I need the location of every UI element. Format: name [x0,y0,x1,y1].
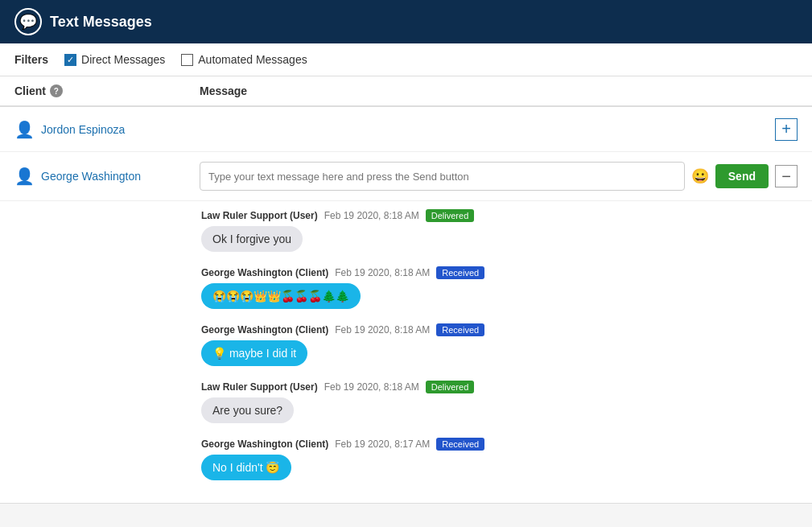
message-entry-0: Law Ruler Support (User) Feb 19 2020, 8:… [201,209,798,252]
message-entry-2: George Washington (Client) Feb 19 2020, … [201,323,798,366]
message-bubble-4: No I didn't 😇 [201,455,291,480]
client-info-george: 👤 George Washington [14,167,200,186]
direct-messages-checkbox[interactable]: ✓ [64,54,76,66]
message-entry-3: Law Ruler Support (User) Feb 19 2020, 8:… [201,381,798,423]
message-sender-1: George Washington (Client) [201,267,328,278]
message-badge-0: Delivered [426,209,474,222]
message-entry-1: George Washington (Client) Feb 19 2020, … [201,266,798,309]
direct-messages-label: Direct Messages [81,53,165,66]
filters-label: Filters [14,53,48,66]
avatar-icon-george: 👤 [14,167,35,186]
automated-messages-label: Automated Messages [198,53,307,66]
client-row-george: 👤 George Washington 😀 Send − [0,152,812,201]
table-header: Client ? Message [0,76,812,107]
message-entry-4: George Washington (Client) Feb 19 2020, … [201,438,798,480]
message-sender-0: Law Ruler Support (User) [201,210,318,221]
message-badge-4: Received [436,438,484,451]
filters-bar: Filters ✓ Direct Messages Automated Mess… [0,43,812,76]
message-meta-0: Law Ruler Support (User) Feb 19 2020, 8:… [201,209,798,222]
avatar-icon-jordon: 👤 [14,120,35,139]
message-input[interactable] [200,162,685,191]
message-sender-4: George Washington (Client) [201,438,328,450]
direct-messages-filter[interactable]: ✓ Direct Messages [64,53,165,66]
app-title: Text Messages [50,14,152,31]
message-timestamp-3: Feb 19 2020, 8:18 AM [324,381,419,393]
message-timestamp-4: Feb 19 2020, 8:17 AM [335,438,430,450]
clients-container: 👤 Jordon Espinoza + 👤 George Washington … [0,107,812,504]
emoji-button[interactable]: 😀 [691,167,709,185]
message-badge-2: Received [436,323,484,336]
col-message-label: Message [200,84,247,97]
client-info-jordon: 👤 Jordon Espinoza [14,120,200,139]
messages-area: Law Ruler Support (User) Feb 19 2020, 8:… [0,201,812,503]
client-name-george[interactable]: George Washington [41,170,141,183]
message-timestamp-2: Feb 19 2020, 8:18 AM [335,324,430,336]
message-sender-2: George Washington (Client) [201,324,328,336]
message-bubble-0: Ok I forgive you [201,226,303,252]
col-client-label: Client [14,84,46,97]
message-badge-3: Delivered [426,381,474,393]
message-timestamp-1: Feb 19 2020, 8:18 AM [335,267,430,278]
message-timestamp-0: Feb 19 2020, 8:18 AM [324,210,419,221]
message-meta-3: Law Ruler Support (User) Feb 19 2020, 8:… [201,381,798,393]
expand-button-jordon[interactable]: + [775,118,798,141]
send-button[interactable]: Send [715,164,769,188]
automated-messages-checkbox[interactable] [181,54,193,66]
message-meta-1: George Washington (Client) Feb 19 2020, … [201,266,798,279]
message-bubble-1: 😭😭😭👑👑🍒🍒🍒🌲🌲 [201,283,361,309]
message-badge-1: Received [436,266,484,279]
app-header: 💬 Text Messages [0,0,812,43]
client-row-jordon: 👤 Jordon Espinoza + [0,107,812,152]
message-sender-3: Law Ruler Support (User) [201,381,318,393]
message-bubble-3: Are you sure? [201,397,294,423]
message-meta-2: George Washington (Client) Feb 19 2020, … [201,323,798,336]
message-bubble-2: 💡 maybe I did it [201,340,307,366]
collapse-button-george[interactable]: − [775,165,798,187]
automated-messages-filter[interactable]: Automated Messages [181,53,307,66]
message-meta-4: George Washington (Client) Feb 19 2020, … [201,438,798,451]
message-input-area: 😀 Send [200,162,769,191]
client-name-jordon[interactable]: Jordon Espinoza [41,123,125,136]
app-icon: 💬 [14,8,42,35]
help-icon[interactable]: ? [50,84,63,97]
